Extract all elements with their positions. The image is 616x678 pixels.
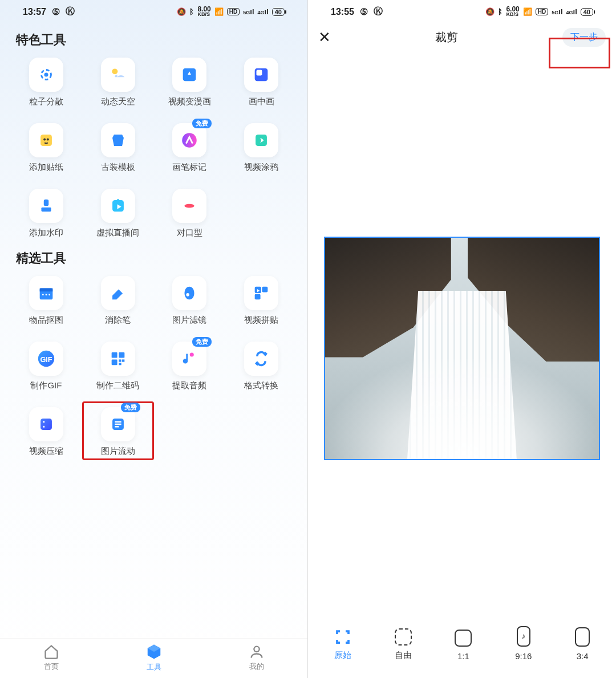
tab-home-label: 首页 (44, 661, 59, 672)
tool-tile (244, 123, 278, 157)
tool-label: 视频拼贴 (244, 315, 278, 326)
tool-tile: GIF (29, 342, 63, 376)
tool-tile (244, 342, 278, 376)
tool-label: 物品抠图 (29, 315, 63, 326)
tool-添加水印[interactable]: 添加水印 (14, 189, 79, 238)
svg-point-8 (47, 139, 49, 141)
hd-badge: HD (227, 8, 240, 15)
swirl-icon: ⑤ (360, 6, 368, 17)
tool-tile (244, 58, 278, 92)
mute-icon: 🔕 (485, 7, 495, 16)
tool-tile (172, 123, 206, 157)
svg-rect-16 (40, 289, 53, 292)
tool-虚拟直播间[interactable]: 虚拟直播间 (86, 189, 151, 238)
close-icon[interactable]: ✕ (318, 29, 331, 46)
tool-tile (101, 123, 135, 157)
svg-rect-22 (262, 287, 268, 293)
svg-point-18 (45, 294, 47, 295)
tool-制作二维码[interactable]: 制作二维码 (86, 342, 151, 391)
bluetooth-icon: ᛒ (189, 7, 194, 16)
signal-4g: 4Gıl (566, 7, 577, 16)
svg-rect-34 (43, 421, 44, 423)
tool-label: 视频压缩 (29, 446, 63, 457)
svg-point-1 (44, 72, 48, 76)
person-icon (249, 644, 265, 660)
tool-视频压缩[interactable]: 视频压缩 (14, 407, 79, 457)
signal-5g: 5Gıl (552, 7, 562, 16)
tool-label: 添加水印 (29, 228, 63, 238)
tool-画中画[interactable]: 画中画 (229, 58, 294, 107)
ratio-1:1[interactable]: 1:1 (455, 630, 472, 661)
tool-制作GIF[interactable]: GIF制作GIF (14, 342, 79, 391)
ratio-shape (334, 628, 351, 645)
tool-label: 提取音频 (172, 380, 206, 391)
svg-rect-30 (122, 359, 124, 362)
tool-古装模板[interactable]: 古装模板 (86, 123, 151, 173)
signal-4g: 4Gıl (258, 7, 269, 16)
tool-格式转换[interactable]: 格式转换 (229, 342, 294, 391)
tool-tile (101, 58, 135, 92)
tool-物品抠图[interactable]: 物品抠图 (14, 276, 79, 326)
svg-rect-33 (40, 419, 52, 430)
tool-动态天空[interactable]: 动态天空 (86, 58, 151, 107)
cube-icon (145, 643, 163, 660)
tool-视频涂鸦[interactable]: 视频涂鸦 (229, 123, 294, 173)
wifi-icon: 📶 (214, 7, 224, 16)
tool-tile (29, 58, 63, 92)
tool-label: 添加贴纸 (29, 162, 63, 173)
bluetooth-icon: ᛒ (498, 7, 502, 16)
tool-tile (29, 123, 63, 157)
tab-me[interactable]: 我的 (249, 644, 265, 672)
ratio-label: 3:4 (577, 651, 589, 661)
tool-消除笔[interactable]: 消除笔 (86, 276, 151, 326)
circle-k-icon: Ⓚ (66, 6, 75, 18)
tool-图片流动[interactable]: 免费图片流动 (86, 407, 151, 457)
svg-rect-23 (255, 294, 261, 299)
tool-图片滤镜[interactable]: 图片滤镜 (157, 276, 222, 326)
ratio-3:4[interactable]: 3:4 (575, 627, 590, 661)
svg-rect-27 (119, 352, 124, 358)
tool-添加贴纸[interactable]: 添加贴纸 (14, 123, 79, 173)
tool-tile (29, 189, 63, 223)
svg-point-14 (117, 199, 119, 201)
svg-point-2 (112, 68, 117, 74)
tool-对口型[interactable]: 对口型 (157, 189, 222, 238)
svg-rect-12 (41, 208, 51, 212)
clock: 13:57 (23, 7, 46, 17)
tab-home[interactable]: 首页 (43, 644, 59, 672)
tool-视频拼贴[interactable]: 视频拼贴 (229, 276, 294, 326)
tool-label: 图片流动 (101, 446, 135, 457)
next-button[interactable]: 下一步 (562, 28, 606, 47)
tool-label: 视频变漫画 (168, 96, 211, 107)
home-icon (43, 644, 59, 660)
svg-rect-26 (111, 352, 117, 358)
tool-画笔标记[interactable]: 免费画笔标记 (157, 123, 222, 173)
battery: 40 (272, 8, 285, 16)
tool-tile (101, 189, 135, 223)
ratio-自由[interactable]: 自由 (395, 628, 412, 661)
tool-tile (101, 407, 135, 441)
svg-rect-29 (119, 359, 121, 362)
tool-label: 格式转换 (244, 380, 278, 391)
crop-screen: 13:55 ⑤ Ⓚ 🔕 ᛒ 6.00KB/S 📶 HD 5Gıl 4Gıl 40… (308, 0, 616, 678)
tool-label: 古装模板 (101, 162, 135, 173)
svg-rect-11 (44, 200, 49, 206)
tool-粒子分散[interactable]: 粒子分散 (14, 58, 79, 107)
selected-tools-grid: 物品抠图消除笔图片滤镜视频拼贴GIF制作GIF制作二维码免费提取音频格式转换视频… (0, 274, 307, 457)
tool-label: 视频涂鸦 (244, 162, 278, 173)
crop-image[interactable] (324, 237, 600, 460)
tool-label: 对口型 (177, 228, 202, 238)
crop-canvas[interactable] (308, 51, 616, 617)
crop-header: ✕ 裁剪 下一步 (308, 20, 616, 51)
ratio-label: 原始 (334, 650, 351, 661)
ratio-原始[interactable]: 原始 (334, 628, 351, 661)
tool-视频变漫画[interactable]: 视频变漫画 (157, 58, 222, 107)
tab-tools[interactable]: 工具 (145, 643, 163, 672)
tool-label: 制作二维码 (96, 380, 139, 391)
ratio-bar: 原始自由1:1♪9:163:4 (308, 617, 616, 678)
svg-point-32 (190, 352, 194, 356)
tool-label: 图片滤镜 (172, 315, 206, 326)
ratio-9:16[interactable]: ♪9:16 (515, 626, 532, 661)
tool-提取音频[interactable]: 免费提取音频 (157, 342, 222, 391)
swirl-icon: ⑤ (52, 6, 60, 17)
